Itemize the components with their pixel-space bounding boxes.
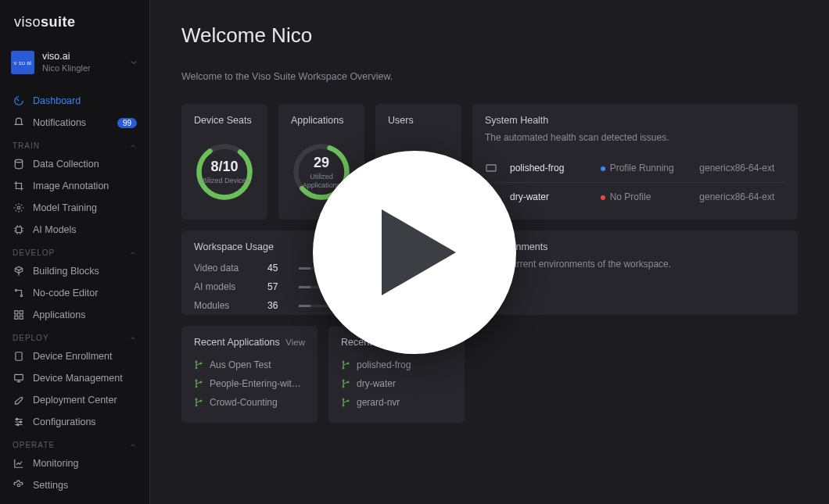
gauge-icon	[13, 95, 25, 107]
device-arch: genericx86-64-ext	[699, 191, 785, 202]
nav: Dashboard Notifications 99 TRAINData Col…	[0, 90, 149, 496]
cubes-icon	[13, 265, 25, 277]
svg-point-21	[196, 361, 197, 363]
nav-item-building-blocks[interactable]: Building Blocks	[0, 260, 149, 282]
device-seats-card[interactable]: Device Seats 8/10 Utilized Devices	[181, 104, 267, 220]
user-name: Nico Klingler	[42, 63, 121, 74]
svg-rect-19	[486, 165, 496, 171]
nav-label: No-code Editor	[33, 288, 137, 298]
recent-device-item[interactable]: polished-frog	[341, 356, 452, 374]
recent-app-item[interactable]: Crowd-Counting	[194, 393, 305, 412]
nav-item-no-code-editor[interactable]: No-code Editor	[0, 282, 149, 304]
recent-device-item[interactable]: dry-water	[341, 374, 452, 393]
svg-rect-8	[20, 316, 23, 319]
nav-label: Settings	[33, 480, 137, 491]
branch-icon	[341, 398, 350, 407]
usage-value: 45	[267, 263, 288, 273]
crop-icon	[13, 180, 25, 192]
svg-point-36	[343, 399, 344, 400]
environments-card: Environments The current environments of…	[476, 231, 798, 315]
nav-notifications[interactable]: Notifications 99	[0, 112, 149, 134]
nav-section-header[interactable]: DEVELOP	[0, 241, 149, 260]
svg-rect-10	[15, 374, 23, 380]
device-arch: genericx86-64-ext	[699, 163, 785, 173]
grid-icon	[13, 309, 25, 321]
nav-item-settings[interactable]: Settings	[0, 474, 149, 496]
nav-item-monitoring[interactable]: Monitoring	[0, 452, 149, 474]
nav-section-header[interactable]: DEPLOY	[0, 326, 149, 345]
nav-item-ai-models[interactable]: AI Models	[0, 219, 149, 241]
recent-app-item[interactable]: Aus Open Test	[194, 356, 305, 374]
card-title: Environments	[488, 241, 785, 252]
health-row[interactable]: dry-waterNo Profilegenericx86-64-ext	[485, 182, 785, 211]
play-button[interactable]	[313, 151, 516, 354]
svg-point-33	[343, 380, 344, 381]
list-item-label: Aus Open Test	[210, 359, 271, 370]
view-link[interactable]: View	[285, 338, 305, 347]
list-item-label: gerard-nvr	[357, 397, 400, 408]
svg-point-25	[196, 386, 197, 388]
card-title: Device Seats	[194, 115, 255, 126]
notification-badge: 99	[117, 118, 137, 128]
usage-label: Modules	[194, 300, 257, 311]
enroll-icon	[13, 350, 25, 363]
stat-value: 29	[291, 155, 352, 171]
nav-label: Model Training	[33, 202, 137, 213]
nav-section-header[interactable]: OPERATE	[0, 433, 149, 452]
recent-app-item[interactable]: People-Entering-wit…	[194, 374, 305, 393]
brand-part2: suite	[41, 14, 76, 30]
list-item-label: polished-frog	[357, 359, 411, 370]
rocket-icon	[13, 394, 25, 406]
svg-rect-5	[15, 311, 18, 314]
svg-rect-7	[15, 316, 18, 319]
nav-item-applications[interactable]: Applications	[0, 304, 149, 326]
svg-point-28	[196, 405, 197, 406]
card-title: Applications	[291, 115, 352, 126]
svg-point-12	[20, 421, 21, 423]
nav-label: Notifications	[33, 117, 109, 128]
svg-point-3	[15, 289, 16, 291]
nav-section-header[interactable]: TRAIN	[0, 134, 149, 153]
chevron-down-icon	[129, 58, 138, 67]
nav-item-configurations[interactable]: Configurations	[0, 411, 149, 433]
card-title: Users	[388, 115, 449, 126]
nav-dashboard[interactable]: Dashboard	[0, 90, 149, 112]
nav-label: Device Enrollment	[33, 351, 137, 362]
brand: visosuite	[0, 0, 149, 37]
nav-label: Image Annotation	[33, 181, 137, 191]
nav-item-device-management[interactable]: Device Management	[0, 367, 149, 389]
svg-point-27	[196, 399, 197, 400]
section-label: DEVELOP	[13, 248, 55, 257]
svg-point-0	[15, 159, 22, 163]
chip-icon	[13, 223, 25, 236]
health-row[interactable]: polished-frogProfile Runninggenericx86-6…	[485, 154, 785, 182]
svg-point-37	[343, 405, 344, 406]
account-switcher[interactable]: v so ai viso.ai Nico Klingler	[0, 43, 149, 82]
nav-label: Applications	[33, 309, 137, 320]
chart-icon	[13, 457, 25, 470]
card-subtitle: The automated health scan detected issue…	[485, 132, 785, 143]
flow-icon	[13, 287, 25, 299]
svg-point-4	[20, 295, 22, 296]
section-label: OPERATE	[13, 441, 55, 449]
nav-item-data-collection[interactable]: Data Collection	[0, 153, 149, 175]
org-name: viso.ai	[42, 51, 121, 63]
donut-chart: 8/10 Utilized Devices	[194, 135, 255, 209]
chevron-up-icon	[129, 142, 137, 150]
nav-item-deployment-center[interactable]: Deployment Center	[0, 389, 149, 411]
branch-icon	[194, 379, 203, 388]
svg-point-13	[17, 424, 19, 425]
recent-applications-card: Recent Applications View Aus Open TestPe…	[181, 326, 318, 423]
svg-point-14	[17, 484, 20, 487]
list-item-label: People-Entering-wit…	[210, 378, 301, 389]
device-name: polished-frog	[510, 163, 596, 173]
chevron-up-icon	[129, 441, 137, 449]
card-title: System Health	[485, 115, 785, 126]
nav-item-image-annotation[interactable]: Image Annotation	[0, 175, 149, 197]
svg-point-1	[17, 206, 20, 209]
recent-device-item[interactable]: gerard-nvr	[341, 393, 452, 412]
nav-item-model-training[interactable]: Model Training	[0, 197, 149, 219]
svg-point-11	[16, 418, 18, 420]
database-icon	[13, 158, 25, 170]
nav-item-device-enrollment[interactable]: Device Enrollment	[0, 345, 149, 367]
